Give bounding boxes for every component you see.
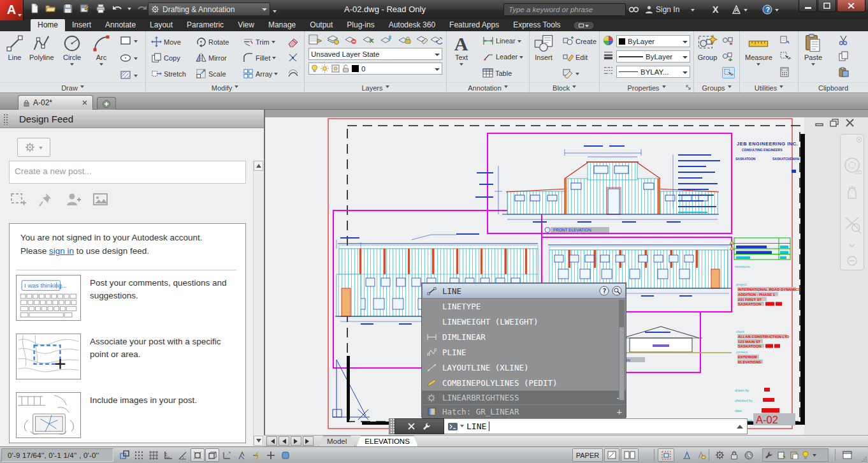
first-layout-button[interactable] (266, 436, 277, 446)
tab-autodesk360[interactable]: Autodesk 360 (382, 19, 442, 31)
communication-center-icon[interactable]: A (732, 3, 748, 16)
arc-button[interactable]: Arc (92, 34, 111, 68)
post-pin-icon[interactable] (38, 191, 54, 208)
explode-button[interactable] (287, 52, 299, 63)
dynamic-ucs-toggle[interactable] (235, 448, 249, 462)
popup-item-lineweight[interactable]: LINEWEIGHT (LWEIGHT) (422, 314, 626, 329)
command-history-toggle[interactable] (737, 422, 743, 429)
tab-insert[interactable]: Insert (65, 19, 98, 31)
open-icon[interactable] (45, 2, 57, 15)
offset-button[interactable] (287, 68, 299, 79)
redo-icon[interactable] (135, 2, 148, 15)
popup-scrollbar[interactable] (619, 300, 625, 401)
popup-item-line[interactable]: LINE ? (422, 283, 626, 298)
paste-button[interactable]: Paste (804, 34, 823, 68)
grid-toggle[interactable] (147, 448, 161, 462)
ribbon-minimize-button[interactable] (573, 21, 595, 30)
command-input[interactable]: LINE (444, 418, 748, 434)
undo-icon[interactable] (111, 2, 124, 15)
model-space-button[interactable] (604, 448, 619, 462)
clean-screen-button[interactable] (840, 448, 854, 462)
move-button[interactable]: Move (151, 36, 181, 47)
copy-clip-button[interactable] (838, 51, 849, 61)
otrack-toggle[interactable] (220, 448, 234, 462)
text-button[interactable]: A Text (452, 34, 471, 68)
save-icon[interactable] (61, 2, 74, 15)
create-block-button[interactable]: Create (563, 36, 597, 46)
new-file-tab-button[interactable] (97, 97, 116, 110)
tab-home[interactable]: Home (31, 19, 65, 31)
layer-lock-button[interactable] (398, 34, 412, 45)
linetype-icon[interactable] (603, 66, 614, 75)
tab-output[interactable]: Output (303, 19, 340, 31)
popup-item-hatch-gr-linear[interactable]: Hatch: GR_LINEAR+ (422, 404, 626, 418)
workspace-dropdown[interactable]: Drafting & Annotation (148, 3, 270, 16)
coordinates-display[interactable]: 0'-9 17/64'', 0'-1 1/4'' , 0'-0'' (1, 448, 113, 462)
snap-toggle[interactable] (132, 448, 146, 462)
toolbar-lock-button[interactable] (727, 448, 741, 462)
table-button[interactable]: Table (482, 68, 512, 78)
tab-elevations[interactable]: ELEVATIONS (356, 436, 418, 446)
annotation-visibility-button[interactable] (694, 448, 708, 462)
hardware-acceleration-button[interactable] (742, 448, 756, 462)
measure-button[interactable]: Measure (745, 34, 772, 68)
circle-button[interactable]: Circle (62, 34, 82, 68)
tray-plot-icon[interactable] (778, 451, 786, 459)
color-dropdown[interactable]: ByLayer (616, 35, 690, 47)
edit-block-button[interactable]: Edit (563, 52, 588, 62)
command-close-icon[interactable] (408, 423, 415, 430)
exchange-apps-icon[interactable]: X (712, 3, 718, 16)
navigation-bar[interactable]: 2D (840, 134, 864, 270)
scroll-up-button[interactable] (254, 161, 263, 171)
3d-osnap-toggle[interactable] (205, 448, 219, 462)
object-color-icon[interactable] (603, 35, 614, 46)
save-as-icon[interactable] (78, 2, 90, 15)
last-layout-button[interactable] (303, 436, 314, 446)
customization-wrench-icon[interactable] (765, 451, 774, 459)
ortho-toggle[interactable] (161, 448, 175, 462)
plot-icon[interactable] (94, 2, 107, 15)
id-point-button[interactable] (779, 35, 791, 45)
popup-item-linearbrightness[interactable]: LINEARBRIGHTNESS+ (422, 390, 626, 404)
tab-model[interactable]: Model (319, 436, 355, 446)
dynamic-input-toggle[interactable] (249, 448, 263, 462)
maximize-button[interactable] (818, 0, 836, 12)
line-button[interactable]: Line (5, 34, 24, 61)
paste-special-button[interactable] (838, 67, 849, 77)
doc-restore-icon[interactable] (830, 119, 839, 127)
array-button[interactable]: Array (243, 68, 278, 79)
fillet-button[interactable]: Fillet (243, 52, 276, 63)
new-icon[interactable] (28, 2, 41, 15)
copy-button[interactable]: Copy (151, 52, 180, 63)
panel-layers-label[interactable]: Layers (305, 82, 446, 92)
close-tab-icon[interactable] (82, 100, 87, 105)
close-button[interactable] (837, 0, 865, 12)
polyline-button[interactable]: Polyline (29, 34, 54, 61)
quick-view-drawings-button[interactable] (658, 448, 674, 462)
linetype-dropdown[interactable]: BYLAY... (616, 66, 690, 78)
panel-groups-label[interactable]: Groups (694, 82, 739, 92)
panel-modify-label[interactable]: Modify (146, 82, 304, 92)
layer-properties-button[interactable] (308, 34, 322, 45)
file-tab-a02[interactable]: A-02* (18, 95, 93, 110)
tray-clipboard-icon[interactable] (790, 451, 799, 459)
design-feed-header[interactable]: Design Feed (0, 110, 264, 128)
drawing-area[interactable]: FRONT ELEVATION (264, 110, 868, 435)
popup-item-dimlinear[interactable]: DIMLINEAR (422, 329, 626, 344)
next-layout-button[interactable] (291, 436, 301, 446)
prev-layout-button[interactable] (278, 436, 289, 446)
ellipse-tool-button[interactable] (120, 52, 138, 64)
search-input[interactable]: Type a keyword or phrase (503, 3, 626, 16)
panel-annotation-label[interactable]: Annotation (447, 82, 529, 92)
group-button[interactable]: Group (697, 34, 718, 61)
lineweight-toggle[interactable] (264, 448, 278, 462)
infer-constraints-toggle[interactable] (117, 448, 131, 462)
tab-express-tools[interactable]: Express Tools (506, 19, 567, 31)
post-area-icon[interactable] (10, 191, 27, 208)
command-grip[interactable] (389, 418, 394, 434)
workspace-switching-button[interactable] (712, 448, 727, 462)
osnap-toggle[interactable] (191, 448, 205, 462)
popup-item-combinepolylines[interactable]: COMBINEPOLYLINES (PEDIT) (422, 375, 626, 390)
panel-draw-label[interactable]: Draw (0, 82, 145, 92)
layer-match-button[interactable] (416, 34, 430, 45)
